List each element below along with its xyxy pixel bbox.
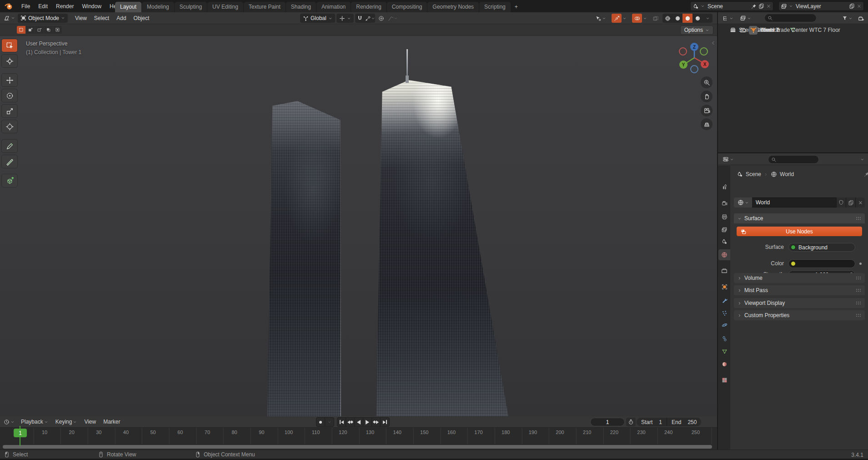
start-frame-field[interactable]: Start 1	[637, 418, 667, 426]
viewport-menu-select[interactable]: Select	[90, 14, 113, 23]
outliner-search-input[interactable]	[764, 14, 817, 22]
properties-tab-world[interactable]	[718, 249, 730, 260]
show-gizmo-toggle[interactable]	[612, 14, 622, 23]
tool-transform-button[interactable]	[1, 120, 18, 133]
animate-dot[interactable]	[859, 263, 862, 265]
properties-tab-modifiers[interactable]	[718, 295, 730, 306]
end-frame-field[interactable]: End 250	[667, 418, 701, 426]
new-scene-icon[interactable]	[758, 3, 764, 9]
expander-icon[interactable]	[732, 27, 736, 34]
tool-rotate-button[interactable]	[1, 89, 18, 102]
expander-icon[interactable]	[741, 27, 745, 34]
navigation-gizmo[interactable]: Z Y X	[677, 40, 712, 76]
next-keyframe-button[interactable]	[372, 418, 381, 426]
copy-datablock-button[interactable]	[846, 197, 855, 207]
zoom-view-button[interactable]	[701, 76, 712, 88]
color-swatch-field[interactable]	[788, 259, 855, 268]
shading-rendered-button[interactable]	[692, 14, 702, 23]
prev-keyframe-button[interactable]	[346, 418, 355, 426]
tool-measure-button[interactable]	[1, 155, 18, 168]
play-button[interactable]	[363, 418, 372, 426]
pin-icon[interactable]	[864, 172, 868, 177]
use-preview-range-button[interactable]	[626, 418, 636, 426]
shading-material-button[interactable]	[682, 14, 692, 23]
drag-dots-icon[interactable]	[856, 313, 861, 318]
object-name[interactable]: World Trade Center WTC 7 Floor	[760, 27, 840, 33]
play-reverse-button[interactable]	[355, 418, 363, 426]
tool-annotate-button[interactable]	[1, 139, 18, 153]
timeline-menu-marker[interactable]: Marker	[100, 417, 124, 426]
tab-compositing[interactable]: Compositing	[387, 2, 427, 12]
properties-tab-tool[interactable]	[718, 181, 730, 192]
current-frame-field[interactable]: 1	[590, 418, 625, 426]
properties-tab-collection[interactable]	[718, 265, 730, 276]
timeline-editor-type[interactable]	[2, 417, 16, 426]
select-mode-invert[interactable]	[44, 26, 53, 34]
auto-key-button[interactable]	[316, 418, 325, 426]
camera-view-button[interactable]	[701, 105, 712, 116]
properties-tab-viewlayer[interactable]	[718, 224, 730, 235]
menu-window[interactable]: Window	[78, 1, 105, 11]
drag-dots-icon[interactable]	[856, 276, 861, 280]
shading-solid-button[interactable]	[672, 14, 682, 23]
properties-tab-constraints[interactable]	[718, 333, 730, 344]
properties-tab-physics[interactable]	[718, 319, 730, 330]
properties-tab-render[interactable]	[718, 198, 730, 209]
panel-volume[interactable]: Volume	[734, 273, 865, 283]
use-nodes-button[interactable]: Use Nodes	[737, 227, 862, 236]
tab-animation[interactable]: Animation	[316, 2, 351, 12]
drag-dots-icon[interactable]	[856, 217, 861, 221]
options-dropdown[interactable]: Options	[680, 25, 713, 35]
tab-shading[interactable]: Shading	[286, 2, 316, 12]
snap-target-dropdown[interactable]	[365, 14, 375, 23]
breadcrumb-scene[interactable]: Scene	[746, 171, 761, 177]
select-mode-extend[interactable]	[26, 26, 35, 34]
outliner-display-mode[interactable]	[721, 14, 735, 23]
select-mode-subtract[interactable]	[35, 26, 44, 34]
panel-viewport-display[interactable]: Viewport Display	[734, 298, 865, 308]
falloff-dropdown[interactable]	[388, 14, 398, 23]
jump-to-start-button[interactable]	[337, 418, 346, 426]
pan-view-button[interactable]	[701, 91, 712, 102]
orientation-dropdown[interactable]: Global	[300, 14, 335, 23]
shading-wireframe-button[interactable]	[662, 14, 672, 23]
scrollbar-thumb[interactable]	[3, 445, 712, 449]
viewport-3d[interactable]: Object Mode ViewSelectAddObject Global	[0, 12, 717, 416]
surface-shader-dropdown[interactable]: Background	[788, 243, 855, 252]
timeline-menu-playback[interactable]: Playback	[17, 417, 52, 426]
properties-tab-output[interactable]	[718, 211, 730, 222]
select-mode-intersect[interactable]	[53, 26, 62, 34]
drag-dots-icon[interactable]	[856, 301, 861, 305]
pin-icon[interactable]	[751, 4, 757, 9]
unlink-datablock-button[interactable]	[855, 197, 865, 207]
close-icon[interactable]	[857, 4, 862, 9]
tab-sculpting[interactable]: Sculpting	[175, 2, 207, 12]
properties-tab-texture[interactable]	[718, 374, 730, 385]
tool-move-button[interactable]	[1, 73, 18, 87]
editor-type-button[interactable]	[2, 14, 17, 23]
outliner-filter-dropdown[interactable]	[840, 14, 854, 23]
blender-logo-icon[interactable]	[4, 2, 14, 11]
properties-options-dropdown[interactable]	[858, 155, 866, 164]
close-icon[interactable]	[766, 4, 771, 9]
xray-toggle[interactable]	[651, 14, 661, 23]
tower-1-object[interactable]	[267, 101, 341, 416]
surface-panel-header[interactable]: Surface	[734, 213, 865, 223]
scene-selector[interactable]: Scene	[690, 1, 773, 11]
select-mode-new[interactable]	[17, 26, 25, 34]
menu-render[interactable]: Render	[52, 1, 78, 11]
viewport-menu-add[interactable]: Add	[113, 14, 130, 23]
current-frame-marker[interactable]: 1	[14, 429, 27, 437]
panel-mist-pass[interactable]: Mist Pass	[734, 285, 865, 295]
tool-select-button[interactable]	[1, 39, 18, 52]
viewport-menu-object[interactable]: Object	[130, 14, 153, 23]
breadcrumb-world[interactable]: World	[780, 171, 794, 177]
properties-tab-data[interactable]	[718, 346, 730, 357]
snap-toggle[interactable]	[355, 14, 365, 23]
fake-user-button[interactable]	[836, 197, 846, 207]
shading-dropdown[interactable]	[702, 14, 712, 23]
selectability-dropdown[interactable]	[593, 14, 608, 23]
panel-custom-properties[interactable]: Custom Properties	[734, 310, 865, 320]
properties-editor-type[interactable]	[721, 155, 736, 164]
timeline-scrollbar[interactable]	[0, 444, 717, 450]
